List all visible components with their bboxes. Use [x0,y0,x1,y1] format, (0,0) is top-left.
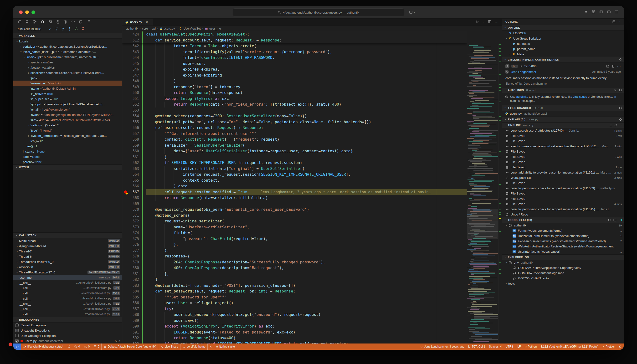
code-line[interactable]: 582 ) [122,277,467,283]
variable-row[interactable]: 'pk' = 6 [13,75,122,80]
code-line[interactable]: 573 name="UserPasswordSetSerializer", [122,224,467,230]
code-line[interactable]: 548 ) [122,78,467,84]
checkbox[interactable]: ✓ [15,329,18,332]
todo-item[interactable]: TS UserInterface.ts (web/src/user) 1 [502,249,624,254]
external-link-icon[interactable] [619,106,622,110]
code-line[interactable]: 575 "password": CharField(required=True)… [122,236,467,242]
watch-body[interactable] [13,170,122,232]
minimap[interactable] [467,44,498,344]
refresh-icon[interactable] [614,124,618,127]
code-line[interactable]: 569 [122,201,467,207]
variable-row[interactable]: 'type' = 'internal' [13,128,122,133]
timeline-item[interactable]: File Saved 1 wk [502,133,624,138]
code-line[interactable]: 553 [122,108,467,114]
timeline-item[interactable]: File Saved 2 wks [502,154,624,160]
callstack-frame-row[interactable]: __call__.../core/middleware.py48:1 [13,285,122,290]
timeline-item[interactable]: events: make sure password set event has… [502,144,624,149]
activity-item-run-and-debug[interactable] [40,20,44,25]
statusbar-item[interactable]: Debug: Attach Server Core (authentik) [101,344,158,350]
variable-row[interactable]: len() = 1 [13,144,122,149]
autolinks-link[interactable]: autolinks [516,95,528,98]
code-line[interactable]: 565 context=context, [122,178,467,184]
variable-row[interactable]: 'email' = 'root@example.com' [13,107,122,112]
todo-item[interactable]: TS ak-search-select-view.ts (web/src/ele… [502,238,624,244]
changed-file-row[interactable]: users.py authentik/core/api [502,111,624,116]
variable-row[interactable]: 'is_superuser' = True [13,96,122,102]
breakpoint-row[interactable]: User Uncaught Exceptions [13,333,122,338]
code-line[interactable]: 591 LOGGER.debug(event="Failed to set pa… [122,330,467,336]
go-item[interactable]: › envauthentik [502,260,624,265]
variable-row[interactable]: ›initial_data = {'user': {'pk': 6, 'user… [13,49,122,54]
overview-ruler[interactable] [498,44,502,344]
callstack-thread-row[interactable]: ›MainThreadPAUSED [13,238,122,244]
breadcrumb-item[interactable]: api [152,27,156,30]
callstack-frame-row[interactable]: __call__.../root/middleware.py318:1 [13,312,122,317]
breakpoint-row[interactable]: ✓ Uncaught Exceptions [13,328,122,333]
collapse-all-icon[interactable] [612,20,616,23]
outline-item[interactable]: ›CMeta [502,52,624,57]
timeline-item[interactable]: File Saved 4 mos [502,202,624,207]
code-line[interactable]: 555 @action(url_path="me", url_name="me"… [122,119,467,125]
step-into-button[interactable] [61,27,65,32]
code-line[interactable]: 576 }, [122,242,467,248]
variable-row[interactable]: ›serializer = <authentik.core.api.users.… [13,44,122,49]
activity-item-remote-explorer[interactable] [71,20,75,25]
breakpoints-section-header[interactable]: › BREAKPOINTS [13,317,122,322]
refresh-icon[interactable] [619,58,622,61]
code-line[interactable]: 588 user.set_password(request.data.get("… [122,312,467,318]
code-line[interactable]: 577 ), [122,248,467,254]
callstack-frame-row[interactable]: __call__.../enterprise/middleware.py39:1 [13,280,122,285]
variable-row[interactable]: 'uid' = '49d24724dfa590a20fb5961e9c6673c… [13,117,122,122]
run-python-file-button[interactable] [475,20,479,24]
account-button[interactable] [584,10,588,15]
chevron-down-icon[interactable]: › [482,21,486,23]
breakpoint-row[interactable]: Raised Exceptions [13,322,122,328]
breadcrumb-item[interactable]: authentik [126,27,138,30]
close-window-button[interactable] [19,10,23,14]
activity-item-source-control[interactable] [33,20,37,25]
variable-row[interactable]: parent = None [13,159,122,164]
maximize-window-button[interactable] [32,10,35,14]
code-line[interactable]: 556 def user_me(self, request: Request) … [122,125,467,131]
restart-button[interactable] [74,27,78,32]
timeline-item[interactable]: File Saved [502,160,624,165]
callstack-thread-row[interactable]: ›Thread-7PAUSED [13,249,122,254]
code-line[interactable]: 583 @action(detail=True, methods=["POST"… [122,283,467,289]
variable-row[interactable]: ›function variables [13,65,122,70]
variable-row[interactable]: len() = 12 [13,138,122,144]
jira-issues-link[interactable]: Jira issues [573,95,587,98]
more-actions-icon[interactable]: ⋯ [617,64,621,68]
code-line[interactable]: 546 expires=expires, [122,66,467,72]
code-line[interactable]: 593 if request.user.pk and SESSION_KEY_I… [122,341,467,344]
activity-item-todo-tree[interactable] [86,20,90,25]
breadcrumb-item[interactable]: core [142,27,148,30]
statusbar-item[interactable]: Live Share [158,344,180,350]
code-line[interactable]: 512 def service_account(self, request: R… [122,38,467,44]
code-line[interactable]: 547 expiring=expiring, [122,72,467,78]
code-editor[interactable]: 424 class UserViewSet(UsedByMixin, Model… [122,32,502,344]
close-tab-icon[interactable]: × [146,20,148,24]
callstack-thread-row[interactable]: ›ThreadPoolExecutor-37_0PAUSED ON BREAKP… [13,270,122,275]
watch-section-header[interactable]: › WATCH [13,164,122,170]
todo-item[interactable]: › authentik 39 [502,223,624,228]
variable-row[interactable]: 'groups' = <generator object UserSelfSer… [13,102,122,107]
layout-panel-button[interactable] [607,10,611,15]
activity-item-testing[interactable] [56,20,60,25]
code-line[interactable]: 558 context: dict[str, Request] = {"requ… [122,136,467,142]
callstack-thread-row[interactable]: ›ThreadPoolExecutor-0_0PAUSED [13,259,122,264]
go-item[interactable]: › tools [502,281,624,286]
todo-item[interactable]: TS Forms (web/src/elements/forms) 1 [502,228,624,233]
gear-icon[interactable] [614,88,617,92]
collapse-all-icon[interactable] [613,218,616,222]
todo-item[interactable]: TS HorizontalFormElement.ts (web/src/ele… [502,233,624,238]
code-line[interactable]: 560 data={"user": UserSelfSerializer(ins… [122,148,467,154]
statusbar-item[interactable]: 0 [72,344,82,350]
code-line[interactable]: 549 response["token"] = token.key [122,84,467,90]
timeline-item[interactable]: File Saved [502,149,624,154]
variable-row[interactable]: 'username' = 'akadmin' [13,80,122,86]
code-line[interactable]: 574 fields={ [122,230,467,236]
code-line[interactable]: 578 responses={ [122,254,467,259]
timeline-item[interactable]: File Saved [502,191,624,196]
go-item[interactable]: GOENV=~/Library/Application Support/go/e… [502,265,624,270]
filter-icon[interactable] [609,124,612,127]
